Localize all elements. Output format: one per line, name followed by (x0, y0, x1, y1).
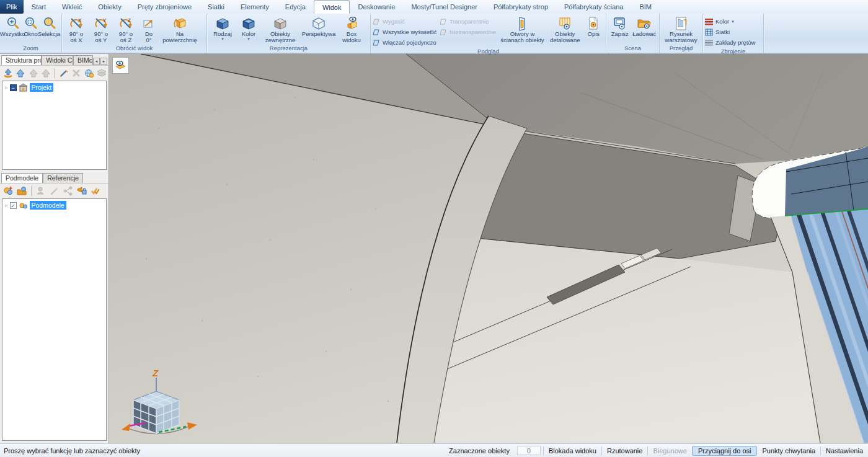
view-lock-toggle[interactable]: Blokada widoku (544, 446, 601, 456)
3d-scene[interactable] (109, 54, 868, 443)
project-building-icon (19, 83, 28, 92)
viewport-view-button[interactable] (112, 57, 129, 74)
delete-button[interactable] (71, 68, 81, 79)
user-disabled-button[interactable] (35, 185, 46, 197)
tab-mosty-tunel-designer[interactable]: Mosty/Tunel Designer (403, 0, 485, 14)
tab-edycja[interactable]: Edycja (277, 0, 314, 14)
group-caption: Scena (606, 44, 659, 53)
kolor-button[interactable]: Kolor ▾ (236, 15, 261, 41)
collapse-toggle[interactable]: − (10, 84, 17, 91)
snap-points-toggle[interactable]: Punkty chwytania (757, 446, 820, 456)
settings-globe-button[interactable] (84, 68, 94, 79)
zoom-selection-button[interactable]: Selekcja (38, 15, 60, 37)
shop-drawing-button[interactable]: Rysunekwarsztatowy (662, 15, 701, 43)
tab-bimcc[interactable]: BIMcc (73, 55, 93, 65)
tab-struktura-projektu[interactable]: Struktura projektu (1, 55, 42, 65)
perspective-button[interactable]: Perspektywa (299, 15, 338, 37)
rotate-x-button[interactable]: X 90° ooś X (64, 15, 89, 43)
tab-scroll-left-button[interactable]: ◂ (93, 58, 100, 65)
svg-text:X: X (78, 17, 82, 23)
tab-referencje[interactable]: Referencje (43, 173, 83, 183)
project-panel-tabs: Struktura projektu Widoki Cube BIMcc ◂ ▸ (0, 54, 108, 65)
settings-button[interactable]: Nastawienia (821, 446, 868, 456)
snap-to-axis-toggle[interactable]: Przyciągnij do osi (693, 446, 757, 456)
external-objects-button[interactable]: Obiektyzewnętrzne (261, 15, 299, 43)
rebar-color-button[interactable]: Kolor ▾ (705, 17, 761, 26)
tab-start[interactable]: Start (24, 0, 54, 14)
tree-item-label: Projekt (30, 83, 54, 92)
tab-elementy[interactable]: Elementy (232, 0, 277, 14)
view-box-button[interactable]: Boxwidoku (338, 15, 365, 43)
tab-deskowanie[interactable]: Deskowanie (350, 0, 403, 14)
zoom-all-button[interactable]: Wszystko (2, 15, 23, 37)
checkbox-checked[interactable]: ✓ (10, 202, 17, 209)
load-scene-button[interactable]: Ładować (632, 15, 657, 37)
move-top-button[interactable] (2, 68, 12, 79)
tab-polfabrykaty-strop[interactable]: Półfabrykaty strop (485, 0, 556, 14)
ribbon-group-zoom: Wszystko Okno Selekcja Zoom (0, 14, 62, 53)
non-transparent-button[interactable]: Nietransparentnie (440, 27, 498, 37)
description-icon (586, 16, 601, 31)
submodels-panel-tabs: Podmodele Referencje (0, 172, 108, 183)
x-axis-arrow[interactable] (122, 424, 130, 431)
wygasic-button[interactable]: Wygasić (373, 17, 440, 26)
cube-faces[interactable] (133, 391, 179, 433)
enable-single-button[interactable]: Włączać pojedynczo (373, 38, 440, 47)
save-scene-button[interactable]: Zapisz (608, 15, 632, 37)
layers-disabled-button[interactable] (96, 68, 106, 79)
transparent-icon (440, 18, 447, 25)
view-box-eye-icon (343, 16, 360, 31)
bar-laps-button[interactable]: Zakłady prętów (705, 38, 761, 47)
add-submodel-button[interactable] (2, 185, 14, 197)
move-top-disabled-button[interactable] (40, 68, 50, 79)
rodzaj-button[interactable]: Rodzaj ▾ (209, 15, 236, 41)
polar-toggle[interactable]: Biegunowe (648, 446, 691, 456)
announce-lock-button[interactable] (76, 185, 87, 197)
tab-siatki[interactable]: Siatki (200, 0, 232, 14)
tab-plik[interactable]: Plik (0, 0, 24, 14)
toolbar-separator (31, 186, 32, 196)
tree-item-podmodele[interactable]: ▹ ✓ Podmodele (2, 199, 106, 210)
wall-openings-button[interactable]: Otwory wścianach obiekty (498, 15, 547, 43)
tab-scroll-right-button[interactable]: ▸ (100, 58, 107, 65)
dropdown-arrow-icon: ▾ (221, 37, 224, 41)
group-caption: Zoom (0, 44, 61, 53)
zoom-window-button[interactable]: Okno (23, 15, 38, 37)
transparent-button[interactable]: Transparentnie (440, 17, 498, 26)
tab-podmodele[interactable]: Podmodele (1, 173, 43, 183)
move-up-disabled-button[interactable] (28, 68, 38, 79)
edit-pen-button[interactable] (58, 68, 68, 79)
navigation-cube[interactable]: Z (120, 366, 198, 442)
ribbon-group-representation: Rodzaj ▾ Kolor ▾ Obiektyzewnętrzne Persp… (207, 14, 371, 53)
tab-widok[interactable]: Widok (314, 0, 350, 14)
tree-item-projekt[interactable]: ▹ − Projekt (2, 81, 106, 92)
tab-polfabrykaty-sciana[interactable]: Półfabrykaty ściana (556, 0, 631, 14)
tab-widoki-cube[interactable]: Widoki Cube (42, 55, 73, 65)
detailed-objects-button[interactable]: Obiektydetalowane (547, 15, 583, 43)
y-axis-arrow[interactable] (187, 422, 197, 430)
viewport-3d[interactable]: Z (109, 54, 868, 443)
expand-icon[interactable]: ▹ (5, 84, 8, 91)
rotate-to-surface-button[interactable]: Napowierzchnię (159, 15, 200, 43)
expand-icon[interactable]: ▹ (5, 202, 8, 208)
projection-toggle[interactable]: Rzutowanie (602, 446, 647, 456)
rotate-to-zero-button[interactable]: Do0° (138, 15, 159, 43)
description-button[interactable]: Opis (583, 15, 604, 37)
ribbon-group-reinforcement: Kolor ▾ Siatki Zakłady prętów Zbrojenie (703, 14, 764, 53)
rotate-z-button[interactable]: Z 90° ooś Z (113, 15, 138, 43)
move-up-button[interactable] (15, 68, 25, 79)
submodels-toolbar (0, 183, 108, 198)
tab-obiekty[interactable]: Obiekty (90, 0, 129, 14)
pen-disabled-button[interactable] (49, 185, 60, 197)
rotate-z-icon: Z (118, 16, 133, 31)
tab-wkleic[interactable]: Wkleić (54, 0, 90, 14)
tab-bim[interactable]: BIM (631, 0, 660, 14)
link-disabled-button[interactable] (63, 185, 74, 197)
apply-checks-button[interactable] (90, 185, 101, 197)
rotate-y-button[interactable]: Y 90° ooś Y (89, 15, 113, 43)
show-all-button[interactable]: Wszystkie wyświetlić (373, 27, 440, 37)
tab-prety-zbrojeniowe[interactable]: Pręty zbrojeniowe (130, 0, 200, 14)
meshes-button[interactable]: Siatki (705, 27, 761, 37)
import-submodel-button[interactable] (16, 185, 27, 197)
view-eye-icon (114, 59, 127, 72)
